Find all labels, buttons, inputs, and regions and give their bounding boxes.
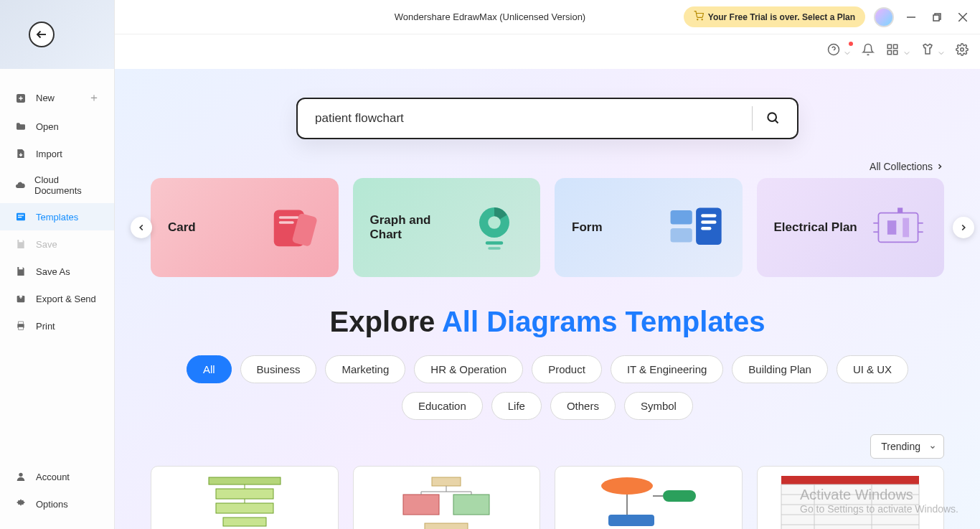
template-thumbnail <box>151 467 338 529</box>
category-card[interactable]: Electrical Plan <box>757 178 945 277</box>
import-icon <box>14 147 27 160</box>
card-icon <box>264 199 321 256</box>
svg-point-27 <box>768 113 776 121</box>
carousel-next-button[interactable] <box>953 217 974 238</box>
sort-dropdown[interactable]: Trending <box>870 434 944 459</box>
sidebar-item-templates[interactable]: Templates <box>0 203 114 230</box>
svg-rect-42 <box>701 227 711 230</box>
category-label: Graph and Chart <box>370 213 466 242</box>
svg-rect-70 <box>781 476 919 484</box>
titlebar: Wondershare EdrawMax (Unlicensed Version… <box>0 0 980 34</box>
avatar[interactable] <box>874 7 894 27</box>
add-icon[interactable]: ＋ <box>88 90 100 106</box>
svg-rect-45 <box>903 218 909 238</box>
sidebar-item-label: Open <box>36 121 59 132</box>
svg-rect-31 <box>278 221 293 224</box>
svg-rect-53 <box>216 503 273 513</box>
sidebar-item-label: Templates <box>36 212 78 223</box>
svg-rect-4 <box>933 15 939 21</box>
filter-pill[interactable]: UI & UX <box>837 355 908 383</box>
category-card[interactable]: Card <box>151 178 339 277</box>
sidebar-item-new[interactable]: New ＋ <box>0 83 114 113</box>
svg-rect-24 <box>19 327 24 329</box>
carousel-prev-button[interactable] <box>131 217 152 238</box>
svg-rect-52 <box>216 489 273 499</box>
svg-rect-10 <box>894 45 897 48</box>
sidebar: New ＋ Open Import Cloud Documents Templa… <box>0 0 115 529</box>
category-card[interactable]: Graph and Chart <box>353 178 541 277</box>
sidebar-item-account[interactable]: Account <box>0 463 114 490</box>
category-label: Card <box>168 220 196 235</box>
sidebar-item-export[interactable]: Export & Send <box>0 285 114 312</box>
filter-pills: All Business Marketing HR & Operation Pr… <box>115 355 980 420</box>
search-box[interactable] <box>296 98 798 139</box>
svg-line-28 <box>776 120 778 123</box>
app-title: Wondershare EdrawMax (Unlicensed Version… <box>395 11 585 22</box>
sidebar-item-open[interactable]: Open <box>0 113 114 140</box>
template-card[interactable] <box>353 466 541 529</box>
svg-rect-30 <box>278 216 298 219</box>
template-thumbnail <box>354 467 540 529</box>
help-icon[interactable] <box>827 43 850 59</box>
svg-rect-59 <box>453 495 489 515</box>
sidebar-item-cloud[interactable]: Cloud Documents <box>0 167 114 203</box>
close-button[interactable] <box>954 9 971 26</box>
category-carousel: Card Graph and Chart Form Electrical Pla… <box>115 178 980 277</box>
svg-rect-38 <box>670 228 692 243</box>
svg-rect-17 <box>18 215 24 215</box>
search-input[interactable] <box>315 111 739 126</box>
search-icon <box>765 111 780 125</box>
sidebar-item-label: Import <box>36 149 62 159</box>
sidebar-item-label: Save <box>36 239 57 250</box>
user-icon <box>14 470 27 483</box>
sidebar-item-import[interactable]: Import <box>0 140 114 167</box>
maximize-button[interactable] <box>928 9 946 26</box>
filter-pill[interactable]: Others <box>550 392 616 420</box>
saveas-icon <box>14 265 27 278</box>
filter-pill[interactable]: Symbol <box>624 392 693 420</box>
sidebar-item-label: Cloud Documents <box>34 174 100 196</box>
category-card[interactable]: Form <box>555 178 743 277</box>
filter-pill[interactable]: Product <box>532 355 602 383</box>
sidebar-item-print[interactable]: Print <box>0 312 114 340</box>
gear-icon[interactable] <box>956 43 969 59</box>
sidebar-item-options[interactable]: Options <box>0 490 114 518</box>
svg-rect-36 <box>488 247 501 250</box>
svg-rect-66 <box>663 490 696 502</box>
filter-pill[interactable]: All <box>187 355 232 383</box>
filter-pill[interactable]: HR & Operation <box>414 355 523 383</box>
apps-icon[interactable] <box>886 43 909 59</box>
filter-pill[interactable]: Marketing <box>325 355 405 383</box>
search-button[interactable] <box>765 111 780 127</box>
back-button[interactable] <box>29 22 55 47</box>
sidebar-item-saveas[interactable]: Save As <box>0 258 114 285</box>
minimize-button[interactable] <box>903 9 920 26</box>
svg-rect-37 <box>670 210 692 225</box>
svg-rect-57 <box>432 477 461 486</box>
filter-pill[interactable]: Building Plan <box>732 355 828 383</box>
filter-pill[interactable]: Education <box>402 392 483 420</box>
template-card[interactable] <box>151 466 339 529</box>
svg-rect-51 <box>209 477 281 484</box>
svg-rect-11 <box>894 51 897 55</box>
svg-rect-67 <box>608 515 654 526</box>
svg-rect-19 <box>19 240 22 242</box>
sidebar-item-save: Save <box>0 230 114 258</box>
trial-badge[interactable]: Your Free Trial is over. Select a Plan <box>684 6 865 27</box>
folder-icon <box>14 120 27 133</box>
filter-pill[interactable]: Life <box>491 392 542 420</box>
svg-rect-60 <box>425 523 468 529</box>
filter-pill[interactable]: Business <box>240 355 317 383</box>
template-card[interactable] <box>555 466 743 529</box>
cart-icon <box>694 11 704 23</box>
circuit-icon <box>870 199 927 256</box>
svg-rect-35 <box>486 241 504 244</box>
svg-rect-43 <box>878 213 918 243</box>
bell-icon[interactable] <box>862 43 875 59</box>
svg-rect-39 <box>696 207 722 245</box>
all-collections-link[interactable]: All Collections <box>870 161 944 172</box>
shirt-icon[interactable] <box>921 43 944 59</box>
template-card[interactable] <box>757 466 945 529</box>
filter-pill[interactable]: IT & Engineering <box>611 355 723 383</box>
template-thumbnail <box>758 467 944 529</box>
